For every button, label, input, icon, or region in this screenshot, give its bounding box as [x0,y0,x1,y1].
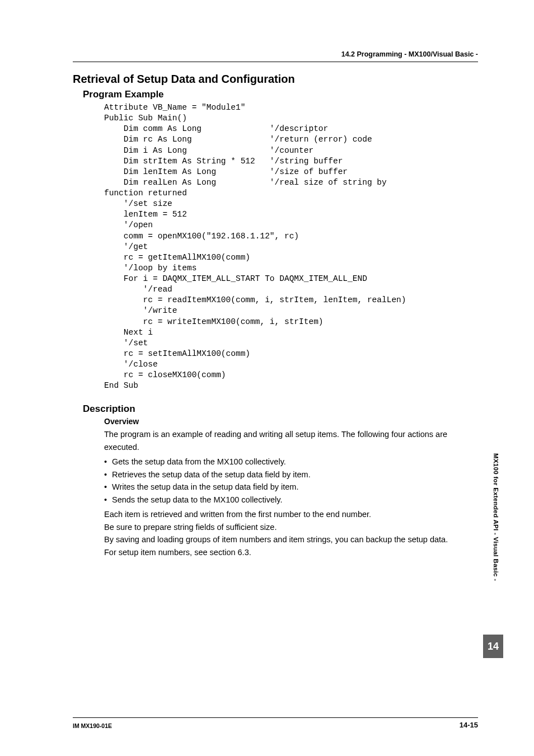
footer-doc-id: IM MX190-01E [73,722,112,729]
description-para: Each item is retrieved and written from … [104,508,475,520]
footer-rule [73,717,478,718]
description-para: By saving and loading groups of item num… [104,533,475,546]
code-block: Attribute VB_Name = "Module1" Public Sub… [104,102,481,391]
description-intro: The program is an example of reading and… [104,428,475,453]
side-tab-label: MX100 for Extended API - Visual Basic - [493,453,499,581]
list-item: Writes the setup data in the setup data … [104,481,481,493]
footer-page-number: 14-15 [460,721,478,729]
description-para: For setup item numbers, see section 6.3. [104,546,475,558]
list-item: Gets the setup data from the MX100 colle… [104,456,481,468]
chapter-number-box: 14 [483,635,503,658]
list-item: Sends the setup data to the MX100 collec… [104,494,481,506]
bullet-list: Gets the setup data from the MX100 colle… [104,456,481,506]
description-heading: Description [83,403,481,415]
header-rule [73,62,478,62]
page-title: Retrieval of Setup Data and Configuratio… [73,73,481,86]
description-para: Be sure to prepare string fields of suff… [104,521,475,533]
header-section-path: 14.2 Programming - MX100/Visual Basic - [341,50,478,58]
list-item: Retrieves the setup data of the setup da… [104,468,481,481]
program-example-heading: Program Example [83,89,481,100]
overview-heading: Overview [104,417,481,426]
